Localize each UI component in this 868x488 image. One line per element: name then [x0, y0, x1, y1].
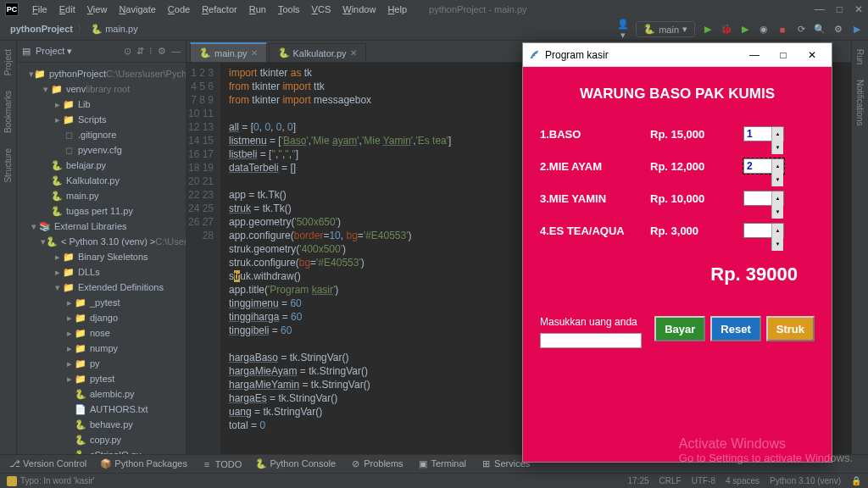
- tree-item[interactable]: ◻pyvenv.cfg: [17, 142, 186, 158]
- btn-bayar[interactable]: Bayar: [654, 316, 705, 341]
- tree-item[interactable]: 🐍copy.py: [17, 432, 186, 447]
- spin-up-icon[interactable]: ▲: [771, 224, 783, 237]
- lock-icon[interactable]: 🔒: [851, 476, 861, 485]
- bottom-tool-terminal[interactable]: ▣ Terminal: [417, 458, 466, 469]
- tree-item[interactable]: ▸📁DLLs: [17, 264, 186, 280]
- menu-code[interactable]: Code: [163, 3, 195, 16]
- status-encoding[interactable]: UTF-8: [692, 476, 715, 485]
- spin-down-icon[interactable]: ▼: [771, 141, 783, 154]
- minimize-icon[interactable]: —: [815, 3, 825, 15]
- bottom-tool-todo[interactable]: ≡ TODO: [201, 459, 242, 469]
- menu-edit[interactable]: Edit: [54, 3, 81, 16]
- maximize-icon[interactable]: □: [837, 3, 843, 15]
- spin-down-icon[interactable]: ▼: [771, 173, 783, 186]
- tree-item[interactable]: ▸📁Lib: [17, 97, 186, 112]
- tk-qty-spinner[interactable]: 1▲▼: [743, 126, 784, 141]
- settings-icon[interactable]: ⚙: [832, 24, 844, 35]
- right-tab-notifications[interactable]: Notifications: [855, 75, 865, 130]
- tk-qty-spinner[interactable]: 2▲▼: [743, 158, 784, 174]
- tk-pay-input[interactable]: [540, 333, 642, 348]
- tree-item[interactable]: ▾📁pythonProject C:\Users\user\PycharmPr: [17, 66, 186, 81]
- expand-all-icon[interactable]: ⇵: [136, 46, 144, 57]
- run-icon[interactable]: ▶: [702, 24, 714, 35]
- tk-close-icon[interactable]: ✕: [798, 44, 826, 66]
- tree-item[interactable]: ▸📁django: [17, 310, 186, 325]
- collapse-all-icon[interactable]: ⁝: [149, 46, 153, 57]
- spin-up-icon[interactable]: ▲: [771, 191, 783, 205]
- menu-view[interactable]: View: [82, 3, 113, 16]
- menu-run[interactable]: Run: [244, 3, 271, 16]
- search-icon[interactable]: 🔍: [814, 24, 826, 35]
- project-panel-title[interactable]: Project ▾: [36, 46, 119, 57]
- tree-item[interactable]: ▸📁_pytest: [17, 295, 186, 310]
- tree-item[interactable]: ◻.gitignore: [17, 127, 186, 142]
- tree-item[interactable]: ▾🐍< Python 3.10 (venv) > C:\Users\user\: [17, 234, 186, 249]
- menu-window[interactable]: Window: [337, 3, 381, 16]
- status-typo[interactable]: Typo: In word 'kasir': [20, 476, 95, 485]
- tree-item[interactable]: 🐍main.py: [17, 188, 186, 203]
- menu-tools[interactable]: Tools: [273, 3, 305, 16]
- tree-item[interactable]: ▸📁pytest: [17, 371, 186, 386]
- menu-navigate[interactable]: Navigate: [114, 3, 160, 16]
- vcs-icon[interactable]: ⟳: [795, 24, 807, 35]
- tree-item[interactable]: 🐍Kalkulator.py: [17, 173, 186, 188]
- tab-close-icon[interactable]: ✕: [350, 48, 357, 58]
- close-icon[interactable]: ✕: [854, 3, 863, 15]
- user-icon[interactable]: 👤▾: [617, 19, 629, 41]
- tree-item[interactable]: ▾📁venv library root: [17, 81, 186, 97]
- run-coverage-icon[interactable]: ▶: [739, 24, 751, 35]
- select-file-icon[interactable]: ⊙: [124, 46, 131, 57]
- bottom-tool-problems[interactable]: ⊘ Problems: [349, 458, 403, 469]
- bottom-tool-python-console[interactable]: 🐍 Python Console: [255, 458, 336, 469]
- menu-vcs[interactable]: VCS: [307, 3, 337, 16]
- editor-tab[interactable]: 🐍Kalkulator.py✕: [269, 43, 366, 62]
- stop-icon[interactable]: ■: [776, 25, 788, 35]
- tree-item[interactable]: ▾📁Extended Definitions: [17, 280, 186, 295]
- run-config-combo[interactable]: 🐍 main ▾: [636, 21, 695, 37]
- typo-warning-icon[interactable]: [7, 476, 17, 486]
- tree-item[interactable]: ▸📁Binary Skeletons: [17, 249, 186, 264]
- run-anything-icon[interactable]: ▶: [851, 24, 863, 35]
- tree-item[interactable]: 📄AUTHORS.txt: [17, 402, 186, 417]
- tree-item[interactable]: 🐍tugas pert 11.py: [17, 203, 186, 219]
- breadcrumb-project[interactable]: pythonProject: [10, 24, 73, 34]
- right-tab-run[interactable]: Run: [855, 44, 865, 69]
- tree-item[interactable]: 🐍alembic.py: [17, 386, 186, 402]
- left-tab-project[interactable]: Project: [3, 44, 13, 80]
- status-interpreter[interactable]: Python 3.10 (venv): [770, 476, 841, 485]
- spin-down-icon[interactable]: ▼: [771, 237, 783, 251]
- tree-item[interactable]: ▸📁Scripts: [17, 112, 186, 127]
- tree-item[interactable]: ▸📁py: [17, 356, 186, 371]
- menu-refactor[interactable]: Refactor: [197, 3, 242, 16]
- tree-item[interactable]: ▸📁nose: [17, 325, 186, 341]
- editor-tab[interactable]: 🐍main.py✕: [190, 42, 267, 62]
- menu-help[interactable]: Help: [382, 3, 412, 16]
- btn-reset[interactable]: Reset: [710, 316, 760, 341]
- tree-item[interactable]: ▾📚External Libraries: [17, 219, 186, 234]
- tk-minimize-icon[interactable]: —: [740, 44, 769, 66]
- hide-icon[interactable]: —: [171, 46, 181, 57]
- menu-file[interactable]: File: [27, 3, 53, 16]
- tree-item[interactable]: 🐍belajar.py: [17, 158, 186, 173]
- left-tab-bookmarks[interactable]: Bookmarks: [3, 86, 13, 138]
- spin-down-icon[interactable]: ▼: [771, 205, 783, 219]
- tk-maximize-icon[interactable]: □: [769, 44, 798, 66]
- breadcrumb-file[interactable]: main.py: [105, 24, 138, 34]
- left-tab-structure[interactable]: Structure: [3, 143, 13, 188]
- bottom-tool-python-packages[interactable]: 📦 Python Packages: [100, 458, 187, 469]
- tree-item[interactable]: ▸📁numpy: [17, 341, 186, 356]
- tk-qty-spinner[interactable]: ▲▼: [743, 223, 784, 238]
- profile-icon[interactable]: ◉: [758, 24, 770, 35]
- tree-item[interactable]: 🐍cStringIO.py: [17, 447, 186, 454]
- gear-icon[interactable]: ⚙: [158, 46, 166, 57]
- tab-close-icon[interactable]: ✕: [251, 48, 258, 58]
- debug-icon[interactable]: 🐞: [721, 24, 732, 35]
- tk-qty-spinner[interactable]: ▲▼: [743, 191, 784, 206]
- status-indent[interactable]: 4 spaces: [726, 476, 760, 485]
- project-tree[interactable]: ▾📁pythonProject C:\Users\user\PycharmPr▾…: [17, 63, 186, 454]
- status-eol[interactable]: CRLF: [659, 476, 682, 485]
- bottom-tool-version-control[interactable]: ⎇ Version Control: [8, 458, 86, 469]
- tree-item[interactable]: 🐍behave.py: [17, 417, 186, 432]
- spin-up-icon[interactable]: ▲: [771, 127, 783, 141]
- spin-up-icon[interactable]: ▲: [771, 159, 783, 173]
